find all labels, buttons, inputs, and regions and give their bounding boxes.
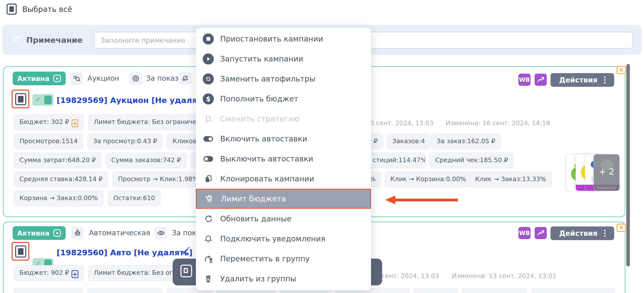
stat-chip: Средний чек:185.50 ₽ — [430, 153, 514, 168]
stat-chip: Средняя ставка:428.14 ₽ — [14, 172, 108, 187]
menu-item-budget-limit[interactable]: Лимит бюджета — [196, 189, 371, 209]
close-card-button[interactable]: × — [617, 66, 626, 74]
product-thumbnail-more[interactable]: + 2 Заводная! — [593, 154, 620, 191]
auction-type-icon — [70, 72, 83, 85]
stat-chip-partial: стиций:114.47% — [367, 153, 426, 168]
campaign-type-label: Аукцион — [87, 72, 119, 85]
views-mode-icon — [129, 72, 142, 85]
stat-chip: Заказов:2 — [414, 288, 457, 293]
wb-badge[interactable]: WB — [518, 74, 531, 86]
menu-item-move-to-group[interactable]: Переместить в группу — [196, 249, 371, 269]
stat-chip: За просмотр:0.43 ₽ — [87, 134, 163, 149]
stat-chip: Сумма затрат:99.89 ₽ — [532, 288, 615, 293]
pointer-arrow-shaft — [394, 199, 458, 201]
move-group-icon — [202, 254, 214, 263]
status-label: Активна — [17, 229, 50, 237]
bell-slash-icon[interactable] — [179, 72, 192, 85]
stat-chip: Остатки:610 — [108, 191, 160, 206]
play-badge-icon — [53, 229, 61, 237]
wb-badge[interactable]: WB — [518, 227, 531, 239]
clone-icon — [202, 175, 214, 183]
toggle-on-icon — [202, 136, 214, 142]
kebab-icon — [604, 230, 606, 237]
budget-chip[interactable]: Бюджет: 902 ₽+ — [14, 265, 84, 281]
date-modified: Изменена: 13 сент. 2024, 13:01 — [452, 272, 556, 280]
views-mode-label: За показы — [146, 72, 184, 85]
stat-chip: За заказ:49.95 ₽ — [462, 288, 527, 293]
menu-item-replace-autofilters[interactable]: Заменить автофильтры — [196, 69, 371, 89]
menu-item-remove-from-group[interactable]: Удалить из группы — [196, 269, 371, 289]
menu-item-start-campaigns[interactable]: Запустить кампании — [196, 49, 371, 69]
budget-add-icon[interactable]: + — [72, 270, 78, 278]
stat-chip: Клик → Корзина:0.00% — [385, 172, 472, 187]
actions-dropdown-menu: Приостановить кампании Запустить кампани… — [196, 28, 371, 290]
menu-item-top-up-budget[interactable]: $ Пополнить бюджет — [196, 89, 371, 109]
campaign-type-label: Автоматическая — [89, 226, 150, 240]
eye-icon — [155, 227, 167, 239]
note-label: Примечание — [26, 35, 83, 45]
pointer-arrow-icon — [385, 196, 395, 204]
thumbnail-label: Заводная! — [594, 185, 619, 191]
robot-icon — [71, 227, 84, 239]
sync-circle-icon — [202, 73, 214, 85]
menu-item-connect-notifications[interactable]: Подключить уведомления — [196, 229, 371, 249]
close-card-button[interactable]: × — [617, 224, 626, 232]
play-badge-icon — [53, 74, 61, 82]
vertical-scrollbar[interactable] — [626, 64, 630, 266]
edit-pencil-icon[interactable] — [180, 246, 191, 256]
stat-chip: За просмотр:0.06 ₽ — [87, 288, 163, 293]
views-mode-label: За пок — [172, 226, 196, 240]
stats-trend-icon[interactable] — [535, 227, 547, 239]
menu-item-enable-autobids[interactable]: Включить автоставки — [196, 129, 371, 149]
campaign-checkbox[interactable] — [15, 245, 26, 258]
select-all-checkbox[interactable] — [7, 4, 17, 15]
status-badge[interactable]: Активна — [13, 72, 66, 85]
budget-add-icon[interactable]: + — [72, 119, 78, 127]
actions-button[interactable]: Действия — [550, 226, 614, 240]
stat-chip: Просмотр → Клик:1.98% — [112, 172, 204, 187]
stat-chip: За заказ:162.05 ₽ — [431, 134, 501, 149]
stat-chip: Заказов:4 — [387, 134, 430, 149]
trash-icon — [202, 275, 214, 283]
cart-icon — [203, 194, 215, 203]
campaign-name-link[interactable]: [19829560] Авто [Не удалять] — [57, 248, 193, 257]
status-label: Активна — [17, 75, 50, 82]
budget-chip[interactable]: Бюджет: 302 ₽+ — [14, 114, 84, 130]
menu-item-clone-campaigns[interactable]: Клонировать кампании — [196, 169, 371, 189]
menu-item-change-strategy: Сменить стратегию — [196, 109, 371, 129]
budget-limit-chip[interactable]: Лимит бюджета: Без ограничени — [88, 114, 204, 130]
actions-label: Действия — [559, 76, 597, 84]
menu-item-disable-autobids[interactable]: Выключить автоставки — [196, 149, 371, 169]
stat-chip: Сумма заказов:742 ₽ — [106, 153, 187, 168]
checkbox-icon — [180, 265, 192, 277]
menu-item-pause-campaigns[interactable]: Приостановить кампании — [196, 29, 371, 49]
actions-button[interactable]: Действия — [550, 73, 614, 87]
stat-chip: Сумма затрат:648.20 ₽ — [14, 153, 101, 168]
select-all-control[interactable]: Выбрать всё — [7, 4, 72, 15]
pause-circle-icon — [202, 33, 214, 45]
menu-item-refresh-data[interactable]: Обновить данные — [196, 209, 371, 229]
campaign-name-link[interactable]: [19829569] Аукцион [Не удалять] — [57, 96, 210, 105]
campaign-toggle[interactable]: ✓ — [32, 94, 54, 106]
strategy-icon — [202, 114, 214, 123]
stats-trend-icon[interactable] — [535, 74, 547, 86]
play-circle-icon — [202, 53, 214, 65]
status-badge[interactable]: Активна — [13, 226, 66, 240]
bell-icon — [202, 235, 214, 243]
stat-chip: Корзина → Заказ:0.00% — [14, 191, 103, 206]
refresh-icon — [202, 215, 214, 223]
more-count: + 2 — [594, 166, 619, 177]
stat-chip: Клик → Заказ:13.33% — [470, 172, 552, 187]
stat-chip: Просмотров:1514 — [14, 134, 83, 149]
date-modified: Изменена: 16 сент. 2024, 14:19 — [446, 119, 550, 127]
kebab-icon — [604, 76, 606, 83]
stat-chip: Просмотров:1543 — [14, 288, 83, 293]
date-created: 10 сент. 2024, 13:03 — [366, 119, 433, 127]
campaign-checkbox[interactable] — [15, 93, 26, 105]
actions-label: Действия — [559, 229, 597, 238]
toggle-off-icon — [202, 156, 214, 162]
dollar-circle-icon: $ — [202, 93, 214, 104]
select-all-label: Выбрать всё — [22, 5, 72, 14]
